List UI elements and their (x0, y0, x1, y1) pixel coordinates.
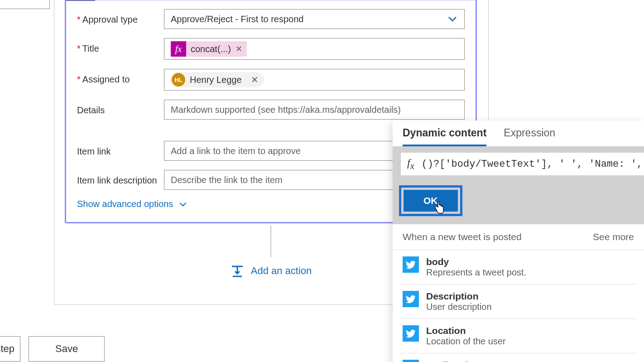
label-assigned: Assigned to (77, 69, 164, 85)
title-input[interactable]: fx concat(...) ✕ (164, 38, 465, 60)
tab-expression[interactable]: Expression (504, 127, 555, 146)
dynamic-content-panel: Dynamic content Expression fx ()?['body/… (393, 121, 644, 362)
label-details: Details (77, 100, 164, 116)
label-title: Title (77, 38, 164, 54)
advanced-label: Show advanced options (77, 199, 173, 209)
expression-input[interactable]: fx ()?['body/TweetText'], ' ', 'Name: ',… (401, 153, 644, 175)
ok-button[interactable]: OK (404, 190, 458, 212)
connector-line (270, 226, 271, 257)
twitter-icon (403, 256, 419, 273)
row-approval-type: Approval type Approve/Reject - First to … (77, 9, 465, 29)
dyn-item-title: body (426, 256, 526, 267)
insert-action-icon (230, 264, 245, 278)
expression-bar: fx ()?['body/TweetText'], ' ', 'Name: ',… (393, 146, 644, 182)
twitter-icon (403, 291, 419, 307)
tab-dynamic-content[interactable]: Dynamic content (403, 127, 486, 146)
fx-icon: fx (407, 157, 414, 171)
label-approval-type: Approval type (77, 9, 164, 25)
dyn-item-media-urls[interactable]: Media urls Url of the media posted along… (400, 353, 637, 362)
dyn-item-title: Media urls (426, 360, 602, 362)
dyn-item-body[interactable]: body Represents a tweet post. (400, 250, 637, 285)
details-input[interactable]: Markdown supported (see https://aka.ms/a… (164, 100, 465, 120)
dyn-item-desc: Location of the user (426, 336, 506, 347)
left-panel-box (0, 0, 50, 9)
dyn-item-desc: Represents a tweet post. (426, 267, 526, 278)
label-item-link: Item link (77, 141, 164, 157)
dyn-item-description[interactable]: Description User description (400, 285, 637, 319)
label-item-link-desc: Item link description (77, 170, 164, 186)
trigger-header: When a new tweet is posted See more (393, 224, 644, 250)
dyn-item-title: Location (426, 325, 506, 336)
bottom-toolbar: v step Save (0, 336, 105, 362)
dyn-item-desc: User description (426, 302, 492, 312)
see-more-link[interactable]: See more (593, 232, 634, 242)
ok-row: OK (393, 182, 644, 224)
add-action-button[interactable]: Add an action (230, 264, 312, 278)
dyn-item-title: Description (426, 291, 492, 302)
add-action-label: Add an action (251, 265, 312, 277)
dyn-tabs: Dynamic content Expression (393, 121, 644, 146)
row-assigned: Assigned to HL Henry Legge ✕ (77, 69, 465, 91)
token-label: concat(...) (186, 44, 235, 54)
ok-highlight: OK (399, 185, 462, 216)
chevron-down-icon (178, 200, 187, 209)
dyn-item-location[interactable]: Location Location of the user (400, 319, 637, 353)
save-button[interactable]: Save (29, 336, 105, 362)
expression-text: ()?['body/TweetText'], ' ', 'Name: ', t (422, 159, 644, 170)
approval-type-select[interactable]: Approve/Reject - First to respond (164, 9, 465, 29)
trigger-title: When a new tweet is posted (403, 232, 522, 242)
new-step-button[interactable]: v step (0, 336, 20, 362)
assigned-input[interactable]: HL Henry Legge ✕ (164, 69, 465, 91)
person-chip[interactable]: HL Henry Legge ✕ (171, 72, 264, 87)
person-name: Henry Legge (190, 75, 242, 85)
fx-icon: fx (171, 41, 186, 57)
row-title: Title fx concat(...) ✕ (77, 38, 465, 60)
token-remove-icon[interactable]: ✕ (235, 44, 242, 54)
approval-icon (66, 0, 95, 1)
person-remove-icon[interactable]: ✕ (251, 74, 259, 85)
twitter-icon (403, 325, 419, 342)
avatar: HL (172, 73, 185, 87)
row-details: Details Markdown supported (see https://… (77, 100, 465, 120)
chevron-down-icon (447, 14, 458, 24)
approval-type-value: Approve/Reject - First to respond (171, 14, 303, 24)
dynamic-items-list: body Represents a tweet post. Descriptio… (393, 250, 644, 362)
twitter-icon (403, 360, 419, 362)
expression-token[interactable]: fx concat(...) ✕ (171, 41, 247, 57)
